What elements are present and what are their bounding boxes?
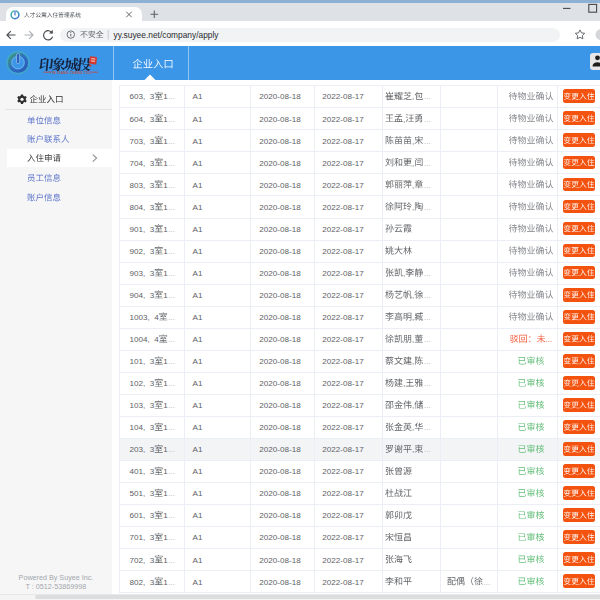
svg-text:2020-08-18: 2020-08-18 (259, 291, 301, 300)
svg-text:...: ... (424, 92, 431, 101)
svg-text:...: ... (424, 379, 431, 388)
svg-text:802,: 802, (130, 578, 146, 587)
svg-text:804,: 804, (130, 203, 146, 212)
svg-text:,: , (403, 115, 405, 124)
svg-text:A1: A1 (193, 159, 203, 168)
svg-text:2020-08-18: 2020-08-18 (259, 578, 301, 587)
svg-text:T : 0512-53869998: T : 0512-53869998 (26, 582, 87, 591)
svg-text:...: ... (168, 445, 175, 454)
svg-text:A1: A1 (193, 291, 203, 300)
svg-text:...: ... (168, 115, 175, 124)
svg-text:2022-08-17: 2022-08-17 (322, 578, 364, 587)
svg-text:2020-08-18: 2020-08-18 (259, 92, 301, 101)
svg-text:,: , (412, 203, 414, 212)
svg-text:1003,: 1003, (130, 313, 150, 322)
svg-text:,: , (412, 445, 414, 454)
svg-text:2022-08-17: 2022-08-17 (322, 291, 364, 300)
svg-text:3: 3 (150, 357, 155, 366)
svg-text:,: , (412, 423, 414, 432)
svg-text:2022-08-17: 2022-08-17 (322, 225, 364, 234)
svg-text:2020-08-18: 2020-08-18 (259, 247, 301, 256)
svg-text:2022-08-17: 2022-08-17 (322, 379, 364, 388)
svg-text:...: ... (168, 357, 175, 366)
svg-text:...: ... (424, 181, 431, 190)
svg-text:A1: A1 (193, 556, 203, 565)
svg-text:2022-08-17: 2022-08-17 (322, 511, 364, 520)
svg-text:...: ... (168, 556, 175, 565)
svg-text:2022-08-17: 2022-08-17 (322, 115, 364, 124)
svg-text:3: 3 (150, 269, 155, 278)
svg-text:yy.suyee.net/company/apply: yy.suyee.net/company/apply (114, 30, 220, 40)
svg-text:YIN XIANG CHENG TOU: YIN XIANG CHENG TOU (50, 71, 92, 75)
svg-text:A1: A1 (193, 137, 203, 146)
svg-text:...: ... (168, 92, 175, 101)
svg-text:901,: 901, (130, 225, 146, 234)
svg-text:...: ... (168, 269, 175, 278)
svg-text:...: ... (168, 467, 175, 476)
svg-text:2020-08-18: 2020-08-18 (259, 556, 301, 565)
svg-text:...: ... (424, 357, 431, 366)
svg-text:601,: 601, (130, 511, 146, 520)
svg-text:...: ... (168, 511, 175, 520)
svg-text:3: 3 (150, 203, 155, 212)
svg-text:2022-08-17: 2022-08-17 (322, 335, 364, 344)
svg-text:...: ... (168, 159, 175, 168)
svg-text:701,: 701, (130, 533, 146, 542)
svg-text:904,: 904, (130, 291, 146, 300)
svg-text:2022-08-17: 2022-08-17 (322, 357, 364, 366)
svg-text:,: , (412, 313, 414, 322)
svg-text:3: 3 (150, 511, 155, 520)
svg-text:...: ... (168, 489, 175, 498)
svg-text:2020-08-18: 2020-08-18 (259, 313, 301, 322)
svg-text:...: ... (168, 291, 175, 300)
svg-text:...: ... (168, 203, 175, 212)
svg-text:,: , (412, 137, 414, 146)
svg-text:3: 3 (150, 445, 155, 454)
svg-text:902,: 902, (130, 247, 146, 256)
svg-text:3: 3 (150, 401, 155, 410)
svg-text:2020-08-18: 2020-08-18 (259, 181, 301, 190)
svg-text:...: ... (424, 203, 431, 212)
svg-text:2020-08-18: 2020-08-18 (259, 467, 301, 476)
svg-text:A1: A1 (193, 578, 203, 587)
svg-text:...: ... (168, 181, 175, 190)
svg-text:501,: 501, (130, 489, 146, 498)
svg-text:...: ... (168, 313, 175, 322)
svg-text:3: 3 (150, 379, 155, 388)
svg-text:2020-08-18: 2020-08-18 (259, 445, 301, 454)
svg-text:...: ... (424, 159, 431, 168)
svg-text:3: 3 (150, 533, 155, 542)
svg-text:A1: A1 (193, 511, 203, 520)
svg-text:A1: A1 (193, 489, 203, 498)
svg-text:A1: A1 (193, 247, 203, 256)
svg-text:A1: A1 (193, 92, 203, 101)
svg-text:2020-08-18: 2020-08-18 (259, 203, 301, 212)
svg-text:3: 3 (150, 467, 155, 476)
svg-text:,: , (412, 401, 414, 410)
svg-text:702,: 702, (130, 556, 146, 565)
svg-text:704,: 704, (130, 159, 146, 168)
svg-text:...: ... (168, 401, 175, 410)
svg-text:2020-08-18: 2020-08-18 (259, 225, 301, 234)
svg-text:...: ... (168, 379, 175, 388)
svg-text:2022-08-17: 2022-08-17 (322, 489, 364, 498)
svg-text:A1: A1 (193, 335, 203, 344)
svg-text:103,: 103, (130, 401, 146, 410)
svg-text:2020-08-18: 2020-08-18 (259, 137, 301, 146)
svg-text:203,: 203, (130, 445, 146, 454)
svg-text:803,: 803, (130, 181, 146, 190)
svg-text:Powered By Suyee Inc.: Powered By Suyee Inc. (19, 573, 94, 582)
svg-text:A1: A1 (193, 203, 203, 212)
svg-text:...: ... (424, 115, 431, 124)
svg-text:A1: A1 (193, 401, 203, 410)
svg-text:,: , (412, 291, 414, 300)
svg-text:,: , (403, 269, 405, 278)
svg-text:3: 3 (150, 225, 155, 234)
svg-text:2020-08-18: 2020-08-18 (259, 357, 301, 366)
svg-text:A1: A1 (193, 357, 203, 366)
svg-text:3: 3 (150, 181, 155, 190)
svg-text:2020-08-18: 2020-08-18 (259, 401, 301, 410)
svg-text:,: , (412, 92, 414, 101)
svg-text:4: 4 (154, 335, 159, 344)
svg-text:A1: A1 (193, 225, 203, 234)
